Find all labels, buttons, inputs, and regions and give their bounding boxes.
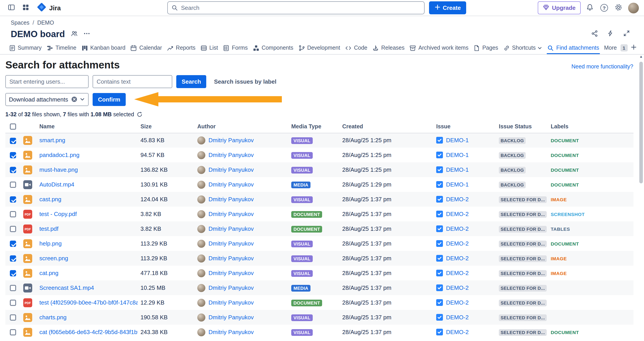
issue-link[interactable]: DEMO-2	[446, 270, 469, 276]
issue-link[interactable]: DEMO-2	[446, 211, 469, 217]
users-filter-input[interactable]	[5, 75, 88, 88]
row-checkbox[interactable]	[10, 285, 16, 291]
tab-calendar[interactable]: Calendar	[128, 41, 164, 54]
automation-button[interactable]	[604, 27, 617, 41]
search-input[interactable]	[167, 1, 424, 14]
file-name-link[interactable]: pandadoc1.png	[39, 152, 80, 158]
tab-code[interactable]: Code	[342, 41, 370, 54]
tab-kanban-board[interactable]: Kanban board	[79, 41, 128, 54]
issue-link[interactable]: DEMO-2	[446, 285, 469, 291]
issue-link[interactable]: DEMO-2	[446, 240, 469, 247]
file-name-link[interactable]: help.png	[39, 240, 62, 247]
row-checkbox[interactable]	[10, 315, 16, 321]
scrollbar-thumb[interactable]	[639, 62, 643, 183]
tab-more[interactable]: More1	[602, 41, 630, 54]
row-checkbox[interactable]	[10, 270, 16, 277]
author-link[interactable]: Dmitriy Panyukov	[208, 181, 254, 188]
row-checkbox[interactable]	[10, 182, 16, 188]
tab-pages[interactable]: Pages	[471, 41, 500, 54]
create-button[interactable]: Create	[429, 1, 466, 14]
contains-text-input[interactable]	[92, 75, 172, 88]
author-link[interactable]: Dmitriy Panyukov	[208, 329, 254, 336]
author-link[interactable]: Dmitriy Panyukov	[208, 225, 254, 232]
file-name-link[interactable]: cat (f065eb66-de63-4cf2-9b5d-843f1b9e06.…	[39, 329, 138, 336]
row-checkbox[interactable]	[10, 152, 16, 159]
tab-forms[interactable]: Forms	[220, 41, 250, 54]
action-select[interactable]: Download attachments	[5, 93, 88, 106]
row-checkbox[interactable]	[10, 256, 16, 262]
issue-link[interactable]: DEMO-1	[446, 181, 469, 188]
add-tab-button[interactable]	[630, 42, 638, 54]
author-link[interactable]: Dmitriy Panyukov	[208, 285, 254, 291]
jira-logo[interactable]: Jira	[33, 2, 64, 14]
author-link[interactable]: Dmitriy Panyukov	[208, 270, 254, 276]
tab-list[interactable]: List	[198, 41, 220, 54]
tab-reports[interactable]: Reports	[164, 41, 198, 54]
file-name-link[interactable]: cast.png	[39, 196, 61, 203]
breadcrumb-spaces[interactable]: Spaces	[11, 20, 29, 26]
tab-summary[interactable]: Summary	[6, 41, 44, 54]
author-link[interactable]: Dmitriy Panyukov	[208, 166, 254, 173]
settings-button[interactable]	[612, 1, 625, 14]
author-link[interactable]: Dmitriy Panyukov	[208, 255, 254, 262]
tab-development[interactable]: Development	[296, 41, 342, 54]
file-name-link[interactable]: screen.png	[39, 255, 68, 262]
search-issues-by-label-button[interactable]: Search issues by label	[210, 75, 280, 88]
issue-link[interactable]: DEMO-2	[446, 196, 469, 203]
tab-timeline[interactable]: Timeline	[44, 41, 79, 54]
board-more-button[interactable]	[81, 28, 92, 40]
search-button[interactable]: Search	[176, 75, 206, 88]
sidebar-toggle-button[interactable]	[4, 1, 18, 14]
fullscreen-button[interactable]	[620, 27, 633, 41]
tab-components[interactable]: Components	[250, 41, 296, 54]
row-checkbox[interactable]	[10, 300, 16, 306]
confirm-button[interactable]: Confirm	[92, 93, 126, 106]
need-more-functionality-link[interactable]: Need more functionality?	[571, 63, 633, 70]
issue-link[interactable]: DEMO-2	[446, 225, 469, 232]
file-name-link[interactable]: test - Copy.pdf	[39, 211, 77, 217]
tab-shortcuts[interactable]: Shortcuts	[500, 41, 545, 54]
row-checkbox[interactable]	[10, 329, 16, 336]
tab-archived-work-items[interactable]: Archived work items	[407, 41, 471, 54]
author-link[interactable]: Dmitriy Panyukov	[208, 211, 254, 217]
scrollbar[interactable]: ▲	[639, 54, 644, 341]
app-switcher-button[interactable]	[19, 1, 32, 14]
file-name-link[interactable]: cat.png	[39, 270, 58, 276]
issue-link[interactable]: DEMO-2	[446, 314, 469, 321]
file-name-link[interactable]: charts.png	[39, 314, 66, 321]
row-checkbox[interactable]	[10, 137, 16, 144]
row-checkbox[interactable]	[10, 167, 16, 173]
issue-link[interactable]: DEMO-2	[446, 255, 469, 262]
select-all-checkbox[interactable]	[10, 123, 16, 130]
issue-link[interactable]: DEMO-1	[446, 152, 469, 158]
breadcrumb-demo[interactable]: DEMO	[37, 20, 54, 26]
file-name-link[interactable]: test (4f025909-b0ee-47b0-bf0f-147c8afdea…	[39, 299, 138, 306]
user-avatar[interactable]	[628, 2, 639, 13]
file-name-link[interactable]: test.pdf	[39, 225, 58, 232]
author-link[interactable]: Dmitriy Panyukov	[208, 137, 254, 144]
author-link[interactable]: Dmitriy Panyukov	[208, 299, 254, 306]
author-link[interactable]: Dmitriy Panyukov	[208, 240, 254, 247]
tab-releases[interactable]: Releases	[370, 41, 407, 54]
row-checkbox[interactable]	[10, 241, 16, 247]
notifications-button[interactable]	[583, 1, 596, 14]
file-name-link[interactable]: Screencast SA1.mp4	[39, 285, 94, 291]
row-checkbox[interactable]	[10, 197, 16, 203]
help-button[interactable]: ?	[598, 1, 611, 14]
row-checkbox[interactable]	[10, 211, 16, 218]
author-link[interactable]: Dmitriy Panyukov	[208, 314, 254, 321]
author-link[interactable]: Dmitriy Panyukov	[208, 196, 254, 203]
board-members-button[interactable]	[68, 28, 80, 40]
refresh-icon[interactable]	[137, 112, 142, 117]
issue-link[interactable]: DEMO-2	[446, 329, 469, 336]
issue-link[interactable]: DEMO-2	[446, 299, 469, 306]
file-name-link[interactable]: AutoDist.mp4	[39, 181, 74, 188]
clear-icon[interactable]	[71, 96, 78, 102]
file-name-link[interactable]: must-have.png	[39, 166, 78, 173]
issue-link[interactable]: DEMO-1	[446, 166, 469, 173]
file-name-link[interactable]: smart.png	[39, 137, 65, 144]
row-checkbox[interactable]	[10, 226, 16, 232]
tab-find-attachments[interactable]: Find attachments	[545, 41, 602, 54]
upgrade-button[interactable]: Upgrade	[538, 1, 580, 14]
author-link[interactable]: Dmitriy Panyukov	[208, 152, 254, 158]
